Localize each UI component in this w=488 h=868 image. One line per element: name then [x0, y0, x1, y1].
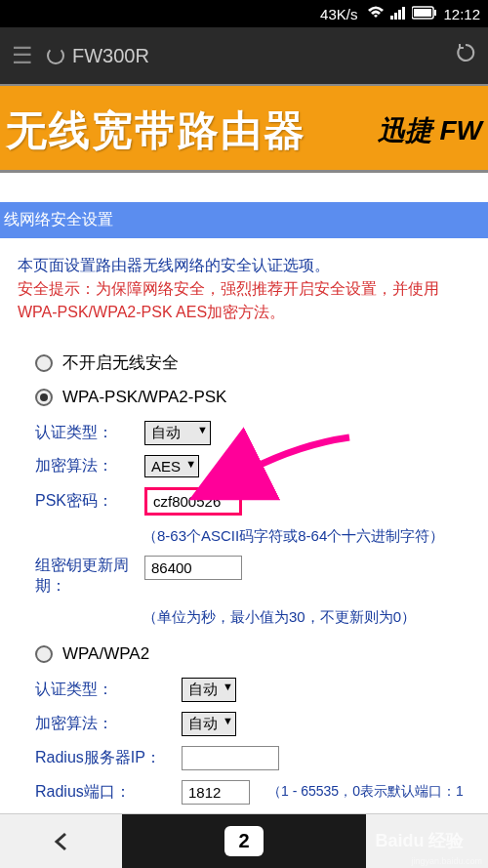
network-speed: 43K/s [320, 6, 357, 22]
row-group-key: 组密钥更新周期： [35, 556, 470, 597]
description: 本页面设置路由器无线网络的安全认证选项。 安全提示：为保障网络安全，强烈推荐开启… [0, 238, 488, 328]
select-wpa-enc-alg[interactable]: 自动 [182, 712, 236, 736]
tab-switcher[interactable]: 2 [122, 814, 366, 868]
svg-rect-6 [434, 10, 436, 16]
tab-count: 2 [224, 826, 263, 856]
watermark: Baidu 经验 jingyan.baidu.com [351, 813, 488, 868]
loading-spinner-icon [47, 47, 64, 64]
label-wpa-auth-type: 认证类型： [35, 680, 172, 700]
settings-form: 不开启无线安全 WPA-PSK/WPA2-PSK 认证类型： 自动 加密算法： … [0, 328, 488, 824]
radio-no-security[interactable]: 不开启无线安全 [35, 351, 470, 374]
hint-radius-port: （1 - 65535，0表示默认端口：1 [267, 783, 464, 801]
input-group-key[interactable] [144, 556, 242, 580]
radio-icon[interactable] [35, 354, 53, 372]
radio-label: 不开启无线安全 [62, 351, 179, 374]
row-radius-ip: Radius服务器IP： [35, 746, 470, 770]
back-button[interactable] [0, 814, 122, 868]
hint-group-key: （单位为秒，最小值为30，不更新则为0） [142, 606, 470, 627]
section-header: 线网络安全设置 [0, 202, 488, 238]
select-auth-type[interactable]: 自动 [144, 421, 211, 445]
wifi-icon [367, 6, 385, 22]
bottom-nav: 2 Baidu 经验 jingyan.baidu.com [0, 813, 488, 868]
radio-icon[interactable] [35, 645, 53, 663]
browser-bar: ☰ FW300R [0, 27, 488, 84]
label-auth-type: 认证类型： [35, 423, 135, 443]
select-wpa-auth-type[interactable]: 自动 [182, 678, 236, 702]
battery-icon [412, 6, 437, 22]
label-radius-ip: Radius服务器IP： [35, 748, 172, 768]
input-psk-password[interactable] [144, 487, 242, 516]
page-banner: 无线宽带路由器 迅捷 FW [0, 84, 488, 173]
input-radius-port[interactable] [182, 780, 250, 805]
hint-psk: （8-63个ASCII码字符或8-64个十六进制字符） [142, 525, 470, 546]
signal-icon [390, 6, 406, 22]
row-radius-port: Radius端口： （1 - 65535，0表示默认端口：1 [35, 780, 470, 805]
security-warning: 安全提示：为保障网络安全，强烈推荐开启安全设置，并使用WPA-PSK/WPA2-… [18, 277, 470, 324]
row-wpa-auth-type: 认证类型： 自动 [35, 678, 470, 702]
content: 线网络安全设置 本页面设置路由器无线网络的安全认证选项。 安全提示：为保障网络安… [0, 173, 488, 824]
svg-rect-0 [390, 16, 393, 20]
radio-label: WPA-PSK/WPA2-PSK [62, 388, 226, 407]
label-psk-password: PSK密码： [35, 491, 135, 512]
intro-text: 本页面设置路由器无线网络的安全认证选项。 [18, 254, 470, 277]
svg-rect-3 [402, 7, 405, 20]
svg-rect-1 [394, 13, 397, 20]
radio-label: WPA/WPA2 [62, 644, 149, 664]
label-wpa-enc-alg: 加密算法： [35, 714, 172, 734]
menu-icon[interactable]: ☰ [12, 42, 33, 69]
label-radius-port: Radius端口： [35, 782, 172, 803]
banner-title: 无线宽带路由器 [6, 103, 378, 158]
radio-wpa[interactable]: WPA/WPA2 [35, 644, 470, 664]
watermark-url: jingyan.baidu.com [411, 856, 482, 866]
radio-icon[interactable] [35, 389, 53, 406]
select-enc-alg[interactable]: AES [144, 455, 199, 477]
row-enc-alg: 加密算法： AES [35, 455, 470, 477]
row-auth-type: 认证类型： 自动 [35, 421, 470, 445]
watermark-text: Baidu 经验 [375, 829, 464, 852]
svg-rect-2 [398, 10, 401, 20]
row-wpa-enc-alg: 加密算法： 自动 [35, 712, 470, 736]
url-text: FW300R [72, 45, 149, 67]
reload-icon[interactable] [455, 42, 476, 69]
label-group-key: 组密钥更新周期： [35, 556, 135, 597]
nav-right[interactable]: Baidu 经验 jingyan.baidu.com [366, 814, 488, 868]
radio-wpa-psk[interactable]: WPA-PSK/WPA2-PSK [35, 388, 470, 407]
svg-rect-5 [414, 9, 431, 17]
label-enc-alg: 加密算法： [35, 456, 135, 476]
input-radius-ip[interactable] [182, 746, 279, 770]
url-bar[interactable]: FW300R [47, 45, 441, 67]
row-psk-password: PSK密码： [35, 487, 470, 516]
status-bar: 43K/s 12:12 [0, 0, 488, 27]
status-time: 12:12 [443, 6, 480, 22]
banner-brand: 迅捷 FW [378, 112, 482, 149]
